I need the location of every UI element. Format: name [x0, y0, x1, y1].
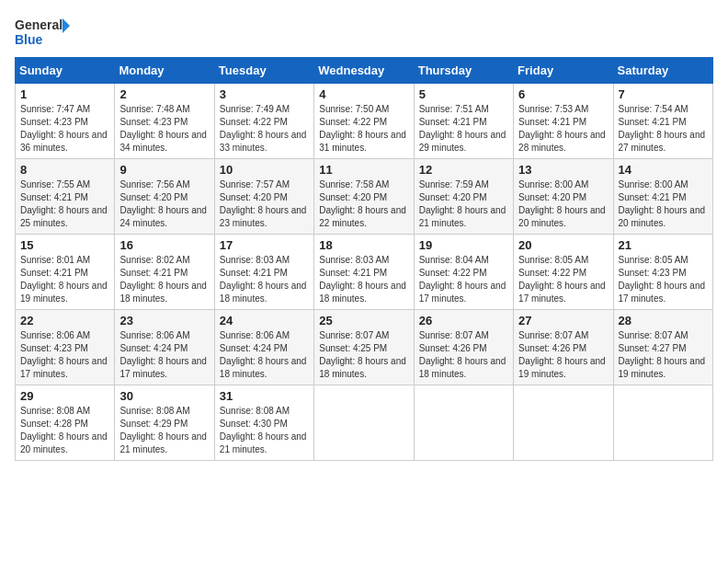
day-info: Sunrise: 7:54 AM Sunset: 4:21 PM Dayligh…: [619, 103, 708, 155]
calendar-day-cell: 24 Sunrise: 8:06 AM Sunset: 4:24 PM Dayl…: [214, 310, 313, 385]
day-number: 27: [518, 314, 608, 327]
calendar-day-cell: [514, 385, 613, 461]
day-number: 11: [319, 163, 408, 177]
day-info: Sunrise: 8:05 AM Sunset: 4:23 PM Dayligh…: [619, 254, 708, 305]
calendar-day-cell: 5 Sunrise: 7:51 AM Sunset: 4:21 PM Dayli…: [414, 84, 513, 159]
weekday-header-cell: Wednesday: [314, 58, 414, 84]
day-number: 8: [20, 163, 109, 177]
day-number: 16: [119, 238, 209, 252]
day-number: 5: [419, 87, 508, 101]
calendar-day-cell: 15 Sunrise: 8:01 AM Sunset: 4:21 PM Dayl…: [16, 235, 115, 310]
day-info: Sunrise: 7:49 AM Sunset: 4:22 PM Dayligh…: [220, 103, 309, 155]
day-info: Sunrise: 7:51 AM Sunset: 4:21 PM Dayligh…: [419, 103, 508, 155]
weekday-header-cell: Sunday: [16, 58, 115, 84]
calendar-day-cell: 8 Sunrise: 7:55 AM Sunset: 4:21 PM Dayli…: [16, 159, 115, 235]
calendar-day-cell: [314, 385, 414, 461]
day-number: 4: [319, 87, 408, 101]
calendar-week-row: 29 Sunrise: 8:08 AM Sunset: 4:28 PM Dayl…: [16, 385, 713, 461]
calendar-day-cell: 31 Sunrise: 8:08 AM Sunset: 4:30 PM Dayl…: [214, 385, 313, 461]
day-number: 7: [619, 87, 708, 101]
day-number: 3: [220, 87, 309, 101]
svg-marker-2: [63, 18, 70, 33]
calendar-table: SundayMondayTuesdayWednesdayThursdayFrid…: [15, 57, 713, 461]
calendar-day-cell: 2 Sunrise: 7:48 AM Sunset: 4:23 PM Dayli…: [115, 84, 214, 159]
day-info: Sunrise: 7:53 AM Sunset: 4:21 PM Dayligh…: [518, 103, 608, 155]
day-info: Sunrise: 8:06 AM Sunset: 4:23 PM Dayligh…: [20, 329, 109, 381]
calendar-day-cell: 29 Sunrise: 8:08 AM Sunset: 4:28 PM Dayl…: [16, 385, 115, 461]
calendar-week-row: 15 Sunrise: 8:01 AM Sunset: 4:21 PM Dayl…: [16, 235, 713, 310]
day-info: Sunrise: 8:08 AM Sunset: 4:30 PM Dayligh…: [220, 405, 309, 456]
calendar-day-cell: 27 Sunrise: 8:07 AM Sunset: 4:26 PM Dayl…: [514, 310, 613, 385]
day-number: 25: [319, 314, 408, 327]
calendar-day-cell: 30 Sunrise: 8:08 AM Sunset: 4:29 PM Dayl…: [115, 385, 214, 461]
day-number: 13: [518, 163, 608, 177]
day-info: Sunrise: 7:56 AM Sunset: 4:20 PM Dayligh…: [119, 178, 209, 230]
calendar-day-cell: 1 Sunrise: 7:47 AM Sunset: 4:23 PM Dayli…: [16, 84, 115, 159]
calendar-day-cell: 10 Sunrise: 7:57 AM Sunset: 4:20 PM Dayl…: [214, 159, 313, 235]
weekday-header-cell: Tuesday: [214, 58, 313, 84]
weekday-header-row: SundayMondayTuesdayWednesdayThursdayFrid…: [16, 58, 713, 84]
day-number: 15: [20, 238, 109, 252]
day-number: 2: [119, 87, 209, 101]
calendar-day-cell: 23 Sunrise: 8:06 AM Sunset: 4:24 PM Dayl…: [115, 310, 214, 385]
day-number: 26: [419, 314, 508, 327]
day-info: Sunrise: 8:07 AM Sunset: 4:26 PM Dayligh…: [419, 329, 508, 381]
calendar-day-cell: [613, 385, 712, 461]
calendar-day-cell: 28 Sunrise: 8:07 AM Sunset: 4:27 PM Dayl…: [613, 310, 712, 385]
day-number: 14: [619, 163, 708, 177]
day-number: 18: [319, 238, 408, 252]
page-header: General Blue: [15, 15, 713, 50]
day-info: Sunrise: 7:48 AM Sunset: 4:23 PM Dayligh…: [119, 103, 209, 155]
calendar-day-cell: 26 Sunrise: 8:07 AM Sunset: 4:26 PM Dayl…: [414, 310, 513, 385]
calendar-day-cell: [414, 385, 513, 461]
day-number: 1: [20, 87, 109, 101]
calendar-day-cell: 14 Sunrise: 8:00 AM Sunset: 4:21 PM Dayl…: [613, 159, 712, 235]
day-info: Sunrise: 8:03 AM Sunset: 4:21 PM Dayligh…: [220, 254, 309, 305]
day-number: 19: [419, 238, 508, 252]
calendar-day-cell: 20 Sunrise: 8:05 AM Sunset: 4:22 PM Dayl…: [514, 235, 613, 310]
day-info: Sunrise: 8:08 AM Sunset: 4:29 PM Dayligh…: [119, 405, 209, 456]
day-info: Sunrise: 8:05 AM Sunset: 4:22 PM Dayligh…: [518, 254, 608, 305]
day-info: Sunrise: 7:57 AM Sunset: 4:20 PM Dayligh…: [220, 178, 309, 230]
calendar-day-cell: 7 Sunrise: 7:54 AM Sunset: 4:21 PM Dayli…: [613, 84, 712, 159]
day-info: Sunrise: 8:06 AM Sunset: 4:24 PM Dayligh…: [119, 329, 209, 381]
day-number: 10: [220, 163, 309, 177]
logo-svg: General Blue: [15, 15, 70, 50]
day-number: 23: [119, 314, 209, 327]
calendar-day-cell: 6 Sunrise: 7:53 AM Sunset: 4:21 PM Dayli…: [514, 84, 613, 159]
day-number: 24: [220, 314, 309, 327]
day-info: Sunrise: 8:07 AM Sunset: 4:26 PM Dayligh…: [518, 329, 608, 381]
calendar-day-cell: 9 Sunrise: 7:56 AM Sunset: 4:20 PM Dayli…: [115, 159, 214, 235]
calendar-week-row: 1 Sunrise: 7:47 AM Sunset: 4:23 PM Dayli…: [16, 84, 713, 159]
day-info: Sunrise: 8:04 AM Sunset: 4:22 PM Dayligh…: [419, 254, 508, 305]
calendar-day-cell: 25 Sunrise: 8:07 AM Sunset: 4:25 PM Dayl…: [314, 310, 414, 385]
day-number: 17: [220, 238, 309, 252]
calendar-day-cell: 3 Sunrise: 7:49 AM Sunset: 4:22 PM Dayli…: [214, 84, 313, 159]
calendar-day-cell: 22 Sunrise: 8:06 AM Sunset: 4:23 PM Dayl…: [16, 310, 115, 385]
day-number: 20: [518, 238, 608, 252]
weekday-header-cell: Monday: [115, 58, 214, 84]
day-number: 9: [119, 163, 209, 177]
day-info: Sunrise: 8:00 AM Sunset: 4:21 PM Dayligh…: [619, 178, 708, 230]
day-number: 28: [619, 314, 708, 327]
calendar-day-cell: 19 Sunrise: 8:04 AM Sunset: 4:22 PM Dayl…: [414, 235, 513, 310]
day-number: 21: [619, 238, 708, 252]
day-info: Sunrise: 8:07 AM Sunset: 4:25 PM Dayligh…: [319, 329, 408, 381]
calendar-week-row: 8 Sunrise: 7:55 AM Sunset: 4:21 PM Dayli…: [16, 159, 713, 235]
calendar-day-cell: 21 Sunrise: 8:05 AM Sunset: 4:23 PM Dayl…: [613, 235, 712, 310]
day-info: Sunrise: 8:08 AM Sunset: 4:28 PM Dayligh…: [20, 405, 109, 456]
calendar-day-cell: 12 Sunrise: 7:59 AM Sunset: 4:20 PM Dayl…: [414, 159, 513, 235]
day-info: Sunrise: 7:47 AM Sunset: 4:23 PM Dayligh…: [20, 103, 109, 155]
day-info: Sunrise: 8:07 AM Sunset: 4:27 PM Dayligh…: [619, 329, 708, 381]
weekday-header-cell: Thursday: [414, 58, 513, 84]
weekday-header-cell: Friday: [514, 58, 613, 84]
logo: General Blue: [15, 15, 70, 50]
calendar-day-cell: 16 Sunrise: 8:02 AM Sunset: 4:21 PM Dayl…: [115, 235, 214, 310]
calendar-week-row: 22 Sunrise: 8:06 AM Sunset: 4:23 PM Dayl…: [16, 310, 713, 385]
day-info: Sunrise: 8:03 AM Sunset: 4:21 PM Dayligh…: [319, 254, 408, 305]
calendar-day-cell: 11 Sunrise: 7:58 AM Sunset: 4:20 PM Dayl…: [314, 159, 414, 235]
calendar-day-cell: 4 Sunrise: 7:50 AM Sunset: 4:22 PM Dayli…: [314, 84, 414, 159]
day-number: 29: [20, 389, 109, 403]
day-info: Sunrise: 8:02 AM Sunset: 4:21 PM Dayligh…: [119, 254, 209, 305]
svg-text:General: General: [15, 17, 63, 32]
